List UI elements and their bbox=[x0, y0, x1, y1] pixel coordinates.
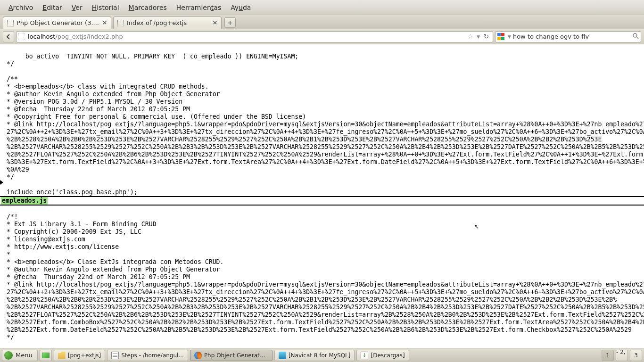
taskbar-app-pogextjs[interactable]: [pog+extjs] bbox=[54, 350, 106, 361]
page-content[interactable]: bo_activo TINYINT NOT NULL, PRIMARY KEY … bbox=[0, 44, 644, 348]
folder-icon bbox=[58, 352, 66, 359]
workspace-3[interactable]: 3 bbox=[630, 350, 642, 361]
menu-historial[interactable]: Historial bbox=[87, 2, 124, 13]
menu-archivo[interactable]: Archivo bbox=[4, 2, 38, 13]
mint-logo-icon bbox=[4, 351, 13, 360]
url-text: localhost/pog_extjs/index2.php bbox=[28, 33, 466, 40]
code-block-js: /*! * Ext JS Library 3.1 - Form Binding … bbox=[7, 213, 644, 348]
page-icon bbox=[7, 20, 14, 26]
browser-tabbar: Php Object Generator (3.... × Index of /… bbox=[0, 15, 644, 29]
search-field[interactable] bbox=[513, 33, 630, 40]
svg-point-0 bbox=[633, 33, 637, 37]
arrow-left-icon bbox=[5, 33, 12, 40]
close-icon[interactable]: × bbox=[212, 20, 218, 26]
url-toolbar: localhost/pog_extjs/index2.php ☆ ▼ ↻ ▼ bbox=[0, 29, 644, 44]
workspace-1[interactable]: 1 bbox=[602, 350, 614, 361]
search-icon[interactable] bbox=[632, 33, 639, 41]
caret-icon bbox=[0, 180, 3, 185]
taskbar-app-navicat[interactable]: [Navicat 8 for MySQL] bbox=[274, 350, 355, 361]
search-input[interactable]: ▼ bbox=[495, 31, 641, 42]
page-icon bbox=[117, 20, 124, 26]
navicat-icon bbox=[279, 352, 286, 359]
workspace-2[interactable]: - 2, - bbox=[616, 350, 628, 361]
url-input[interactable]: localhost/pog_extjs/index2.php ☆ ▼ ↻ bbox=[16, 31, 493, 42]
show-desktop-button[interactable] bbox=[40, 350, 52, 361]
site-icon bbox=[18, 33, 25, 40]
new-tab-button[interactable]: + bbox=[224, 17, 236, 28]
google-icon bbox=[497, 33, 505, 41]
close-icon[interactable]: × bbox=[101, 20, 108, 26]
desktop-icon bbox=[42, 353, 50, 358]
bookmark-star-icon[interactable]: ☆ bbox=[468, 33, 473, 40]
back-button[interactable] bbox=[3, 31, 14, 42]
file-header: empleados.js bbox=[1, 197, 48, 205]
tab-index[interactable]: Index of /pog+extjs × bbox=[113, 16, 222, 29]
taskbar-app-firefox[interactable]: Php Object Generato... bbox=[190, 350, 272, 361]
reload-icon[interactable]: ↻ bbox=[484, 33, 489, 40]
menu-herramientas[interactable]: Herramientas bbox=[172, 2, 226, 13]
taskbar-app-steps[interactable]: Steps - /home/angul... bbox=[107, 350, 188, 361]
taskbar-app-descargas[interactable]: [Descargas] bbox=[356, 350, 409, 361]
firefox-icon bbox=[194, 352, 202, 359]
search-engine-dropdown-icon[interactable]: ▼ bbox=[508, 34, 511, 39]
os-taskbar: Menu [pog+extjs] Steps - /home/angul... … bbox=[0, 348, 644, 362]
mouse-cursor-icon: ↖ bbox=[474, 222, 479, 230]
tab-label: Php Object Generator (3.... bbox=[17, 19, 101, 26]
svg-line-1 bbox=[636, 37, 638, 39]
tab-pog[interactable]: Php Object Generator (3.... × bbox=[3, 16, 111, 29]
start-menu-button[interactable]: Menu bbox=[2, 350, 38, 361]
menu-ver[interactable]: Ver bbox=[67, 2, 87, 13]
tab-label: Index of /pog+extjs bbox=[127, 19, 212, 26]
menu-editar[interactable]: Editar bbox=[38, 2, 66, 13]
dropdown-icon[interactable]: ▼ bbox=[477, 34, 480, 39]
menu-label: Menu bbox=[16, 352, 33, 359]
document-icon bbox=[111, 352, 119, 359]
menu-ayuda[interactable]: Ayuda bbox=[226, 2, 256, 13]
menu-marcadores[interactable]: Marcadores bbox=[124, 2, 172, 13]
app-menubar: Archivo Editar Ver Historial Marcadores … bbox=[0, 0, 644, 15]
code-block-php: bo_activo TINYINT NOT NULL, PRIMARY KEY … bbox=[7, 53, 644, 196]
download-icon bbox=[361, 352, 368, 359]
